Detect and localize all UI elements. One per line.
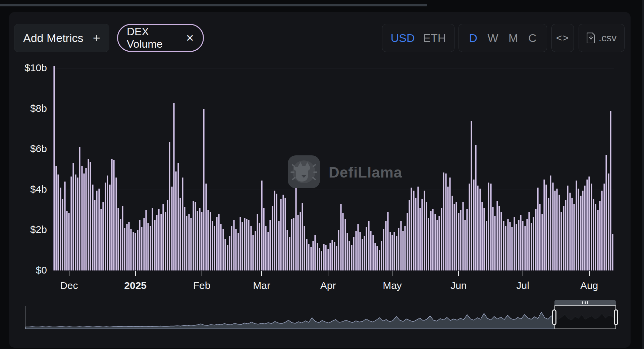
volume-bar[interactable] <box>90 162 91 270</box>
volume-bar[interactable] <box>257 214 258 270</box>
volume-bar[interactable] <box>291 219 292 270</box>
volume-bar[interactable] <box>608 173 609 270</box>
volume-bar[interactable] <box>477 186 479 270</box>
volume-bar[interactable] <box>447 187 449 270</box>
volume-bar[interactable] <box>175 171 177 270</box>
volume-bar[interactable] <box>79 147 80 270</box>
volume-bar[interactable] <box>113 160 115 270</box>
volume-bar[interactable] <box>396 236 397 270</box>
volume-bar[interactable] <box>488 183 489 270</box>
volume-bar[interactable] <box>438 216 440 270</box>
volume-bar[interactable] <box>141 227 143 270</box>
volume-bar[interactable] <box>68 213 70 270</box>
brush-left-handle[interactable] <box>552 309 556 325</box>
volume-bar[interactable] <box>374 243 376 270</box>
volume-bar[interactable] <box>323 244 325 270</box>
volume-bar[interactable] <box>250 226 252 270</box>
volume-bar[interactable] <box>284 198 286 270</box>
volume-bar[interactable] <box>362 239 363 270</box>
volume-bar[interactable] <box>453 204 455 270</box>
volume-bar[interactable] <box>304 226 305 270</box>
volume-bar[interactable] <box>545 185 547 270</box>
volume-bar[interactable] <box>528 212 530 270</box>
volume-bar[interactable] <box>490 184 492 270</box>
volume-bar[interactable] <box>233 220 235 270</box>
volume-bar[interactable] <box>554 191 556 270</box>
volume-bar[interactable] <box>342 213 344 270</box>
volume-bar[interactable] <box>535 209 537 270</box>
volume-bar[interactable] <box>541 214 543 270</box>
volume-bar[interactable] <box>92 185 94 270</box>
volume-bar[interactable] <box>214 226 215 270</box>
volume-bar[interactable] <box>601 191 603 270</box>
volume-bar[interactable] <box>443 172 444 270</box>
volume-bar[interactable] <box>117 208 119 270</box>
volume-bar[interactable] <box>389 232 391 270</box>
volume-bar[interactable] <box>124 228 125 270</box>
volume-bar[interactable] <box>340 204 342 270</box>
volume-bar[interactable] <box>224 239 226 270</box>
interval-monthly-button[interactable]: M <box>508 32 518 45</box>
volume-bar[interactable] <box>120 219 121 270</box>
currency-usd-button[interactable]: USD <box>391 32 415 45</box>
volume-bar[interactable] <box>193 201 194 270</box>
interval-daily-button[interactable]: D <box>469 32 477 45</box>
volume-bar[interactable] <box>552 183 554 270</box>
metric-pill-dex-volume[interactable]: DEX Volume ✕ <box>117 24 204 52</box>
volume-bar[interactable] <box>205 184 207 270</box>
volume-bar[interactable] <box>428 218 429 270</box>
volume-bar[interactable] <box>400 221 402 270</box>
volume-bar[interactable] <box>246 219 248 270</box>
volume-bar[interactable] <box>417 187 419 270</box>
volume-bar[interactable] <box>319 248 320 270</box>
volume-bar[interactable] <box>387 212 389 270</box>
volume-bar[interactable] <box>265 226 267 270</box>
volume-bar[interactable] <box>582 191 584 270</box>
volume-bar[interactable] <box>516 224 517 270</box>
volume-bar[interactable] <box>314 235 316 270</box>
volume-bar[interactable] <box>548 198 549 270</box>
volume-bar[interactable] <box>398 228 399 270</box>
volume-bar[interactable] <box>573 204 575 270</box>
volume-bar[interactable] <box>72 163 74 270</box>
volume-bar[interactable] <box>255 231 256 270</box>
volume-bar[interactable] <box>105 183 106 270</box>
volume-bar[interactable] <box>306 239 308 270</box>
volume-bar[interactable] <box>479 189 481 270</box>
volume-bar[interactable] <box>432 209 434 270</box>
volume-bar[interactable] <box>355 231 357 270</box>
volume-bar[interactable] <box>201 212 203 270</box>
volume-bar[interactable] <box>578 189 579 270</box>
volume-bar[interactable] <box>445 173 447 270</box>
volume-bar[interactable] <box>376 246 378 270</box>
volume-bar[interactable] <box>473 180 475 270</box>
volume-bar[interactable] <box>336 246 337 270</box>
brush-move-handle[interactable] <box>554 300 616 305</box>
volume-bar[interactable] <box>449 178 451 270</box>
volume-bar[interactable] <box>486 221 487 270</box>
volume-bar[interactable] <box>162 204 164 270</box>
volume-bar[interactable] <box>364 236 365 270</box>
volume-bar[interactable] <box>102 202 104 270</box>
volume-bar[interactable] <box>496 201 498 270</box>
volume-bar[interactable] <box>518 220 520 270</box>
volume-bar[interactable] <box>411 188 412 270</box>
volume-bar[interactable] <box>509 222 511 270</box>
volume-bar[interactable] <box>391 235 393 270</box>
volume-bar[interactable] <box>511 227 513 270</box>
volume-bar[interactable] <box>126 224 128 270</box>
volume-bar[interactable] <box>424 191 425 270</box>
volume-bar[interactable] <box>207 210 209 270</box>
volume-bar[interactable] <box>182 178 183 270</box>
volume-bar[interactable] <box>567 186 569 270</box>
volume-bar[interactable] <box>199 208 201 270</box>
volume-bar[interactable] <box>334 242 335 270</box>
volume-bar[interactable] <box>248 220 250 270</box>
volume-bar[interactable] <box>195 202 196 270</box>
volume-bar[interactable] <box>139 220 141 270</box>
volume-bar[interactable] <box>603 184 605 270</box>
volume-bar[interactable] <box>413 191 415 270</box>
volume-bar[interactable] <box>216 217 218 270</box>
volume-bar[interactable] <box>539 204 541 270</box>
volume-bar[interactable] <box>543 180 545 270</box>
